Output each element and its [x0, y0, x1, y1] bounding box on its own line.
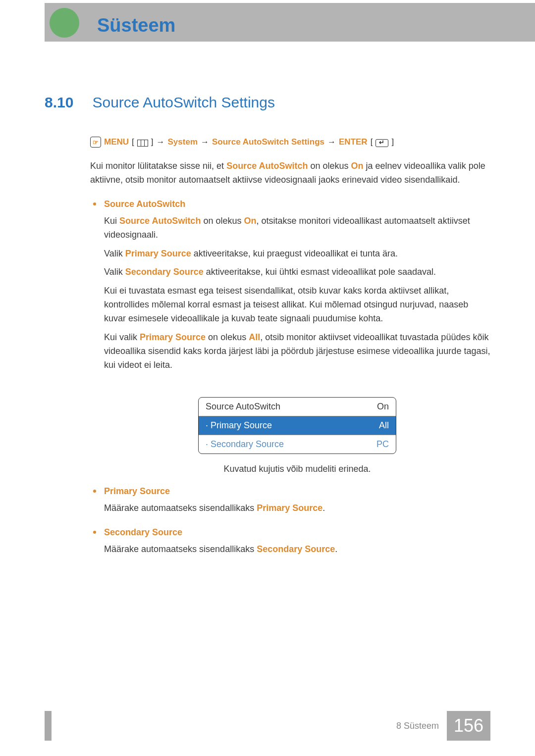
- primary-text: Määrake automaatseks sisendallikaks Prim…: [104, 502, 490, 515]
- osd-label: · Primary Source: [206, 420, 272, 431]
- osd-value: All: [379, 420, 389, 431]
- arrow: →: [327, 137, 336, 147]
- osd-caption: Kuvatud kujutis võib mudeliti erineda.: [104, 464, 490, 474]
- osd-value: On: [377, 402, 389, 412]
- bullet-heading: Secondary Source: [104, 527, 490, 538]
- bullet-source-autoswitch: Source AutoSwitch Kui Source AutoSwitch …: [90, 199, 490, 474]
- osd-row-selected: · Primary Source All: [199, 416, 396, 435]
- bracket-close: ]: [391, 137, 394, 147]
- menu-icon: [137, 140, 148, 147]
- nav-system: System: [168, 137, 198, 147]
- section-title: Source AutoSwitch Settings: [92, 94, 275, 111]
- osd-row-dim: · Secondary Source PC: [199, 435, 396, 454]
- nav-source-autoswitch: Source AutoSwitch Settings: [212, 137, 324, 147]
- sas-p2: Valik Primary Source aktiveeritakse, kui…: [104, 247, 490, 261]
- enter-icon: [375, 139, 388, 147]
- bracket-open: [: [132, 137, 134, 147]
- sas-p5: Kui valik Primary Source on olekus All, …: [104, 331, 490, 372]
- hand-icon: ☞: [90, 137, 101, 148]
- page-footer: 8 Süsteem 156: [396, 711, 490, 741]
- page-number: 156: [447, 711, 490, 741]
- left-margin-bar: [45, 711, 52, 741]
- sas-p3: Valik Secondary Source aktiveeritakse, k…: [104, 265, 490, 279]
- osd-label: Source AutoSwitch: [206, 402, 280, 412]
- navigation-path: ☞ MENU [ ] → System → Source AutoSwitch …: [90, 137, 490, 148]
- secondary-text: Määrake automaatseks sisendallikaks Seco…: [104, 543, 490, 556]
- bullet-primary-source: Primary Source Määrake automaatseks sise…: [90, 486, 490, 515]
- chapter-badge: [50, 8, 79, 38]
- enter-label: ENTER: [339, 137, 368, 147]
- sas-p1: Kui Source AutoSwitch on olekus On, otsi…: [104, 214, 490, 242]
- osd-row: Source AutoSwitch On: [199, 398, 396, 416]
- osd-label: · Secondary Source: [206, 439, 284, 450]
- section-heading: 8.10 Source AutoSwitch Settings: [45, 94, 490, 111]
- footer-chapter: 8 Süsteem: [396, 721, 447, 731]
- bracket-open: [: [371, 137, 373, 147]
- osd-preview: Source AutoSwitch On · Primary Source Al…: [198, 397, 396, 454]
- bracket-close: ]: [151, 137, 154, 147]
- osd-value: PC: [376, 439, 389, 450]
- page-content: 8.10 Source AutoSwitch Settings ☞ MENU […: [45, 94, 490, 556]
- bullet-secondary-source: Secondary Source Määrake automaatseks si…: [90, 527, 490, 556]
- bullet-heading: Source AutoSwitch: [104, 199, 490, 209]
- chapter-title: Süsteem: [97, 15, 175, 36]
- sas-p4: Kui ei tuvastata esmast ega teisest sise…: [104, 284, 490, 326]
- arrow: →: [201, 137, 209, 147]
- bullet-heading: Primary Source: [104, 486, 490, 497]
- menu-label: MENU: [104, 137, 129, 147]
- section-number: 8.10: [45, 94, 90, 111]
- arrow: →: [157, 137, 165, 147]
- intro-paragraph: Kui monitor lülitatakse sisse nii, et So…: [90, 159, 490, 187]
